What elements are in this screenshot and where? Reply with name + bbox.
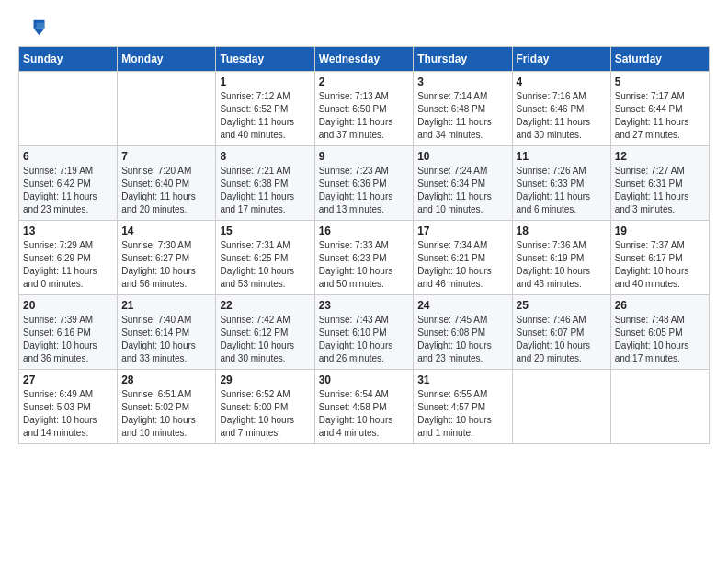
calendar-cell: 9Sunrise: 7:23 AM Sunset: 6:36 PM Daylig…: [314, 146, 414, 221]
day-info: Sunrise: 7:42 AM Sunset: 6:12 PM Dayligh…: [220, 314, 310, 365]
calendar-cell: 20Sunrise: 7:39 AM Sunset: 6:16 PM Dayli…: [19, 295, 118, 370]
day-info: Sunrise: 6:55 AM Sunset: 4:57 PM Dayligh…: [417, 388, 507, 440]
calendar-header-tuesday: Tuesday: [216, 47, 314, 72]
day-info: Sunrise: 7:12 AM Sunset: 6:52 PM Dayligh…: [220, 90, 310, 142]
day-info: Sunrise: 7:45 AM Sunset: 6:08 PM Dayligh…: [417, 314, 507, 365]
calendar-cell: 11Sunrise: 7:26 AM Sunset: 6:33 PM Dayli…: [512, 146, 610, 221]
calendar-cell: 12Sunrise: 7:27 AM Sunset: 6:31 PM Dayli…: [610, 146, 709, 221]
calendar-cell: 30Sunrise: 6:54 AM Sunset: 4:58 PM Dayli…: [314, 370, 414, 444]
logo: [18, 18, 50, 37]
day-number: 21: [121, 299, 211, 312]
calendar-cell: 22Sunrise: 7:42 AM Sunset: 6:12 PM Dayli…: [216, 295, 314, 370]
calendar-cell: 28Sunrise: 6:51 AM Sunset: 5:02 PM Dayli…: [118, 370, 216, 444]
day-number: 10: [417, 150, 507, 163]
day-info: Sunrise: 7:29 AM Sunset: 6:29 PM Dayligh…: [23, 239, 113, 291]
calendar-cell: 4Sunrise: 7:16 AM Sunset: 6:46 PM Daylig…: [512, 72, 610, 146]
logo-icon: [18, 18, 46, 37]
day-number: 8: [220, 150, 310, 163]
day-info: Sunrise: 7:48 AM Sunset: 6:05 PM Dayligh…: [615, 314, 705, 365]
day-number: 25: [517, 299, 607, 312]
calendar-cell: 31Sunrise: 6:55 AM Sunset: 4:57 PM Dayli…: [414, 370, 512, 444]
svg-marker-1: [34, 29, 45, 36]
day-number: 27: [23, 373, 113, 386]
calendar-header-saturday: Saturday: [610, 47, 709, 72]
calendar-cell: 15Sunrise: 7:31 AM Sunset: 6:25 PM Dayli…: [216, 221, 314, 295]
calendar-cell: 29Sunrise: 6:52 AM Sunset: 5:00 PM Dayli…: [216, 370, 314, 444]
day-info: Sunrise: 7:30 AM Sunset: 6:27 PM Dayligh…: [121, 239, 211, 291]
calendar-cell: 25Sunrise: 7:46 AM Sunset: 6:07 PM Dayli…: [512, 295, 610, 370]
calendar-header-wednesday: Wednesday: [314, 47, 414, 72]
calendar-header-row: SundayMondayTuesdayWednesdayThursdayFrid…: [19, 47, 710, 72]
day-info: Sunrise: 7:37 AM Sunset: 6:17 PM Dayligh…: [615, 239, 705, 291]
day-number: 30: [319, 373, 410, 386]
day-info: Sunrise: 6:49 AM Sunset: 5:03 PM Dayligh…: [23, 388, 113, 440]
day-info: Sunrise: 7:13 AM Sunset: 6:50 PM Dayligh…: [319, 90, 410, 142]
calendar-header-sunday: Sunday: [19, 47, 118, 72]
calendar-cell: 21Sunrise: 7:40 AM Sunset: 6:14 PM Dayli…: [118, 295, 216, 370]
day-number: 15: [220, 224, 310, 237]
day-info: Sunrise: 7:14 AM Sunset: 6:48 PM Dayligh…: [417, 90, 507, 142]
calendar-cell: 16Sunrise: 7:33 AM Sunset: 6:23 PM Dayli…: [314, 221, 414, 295]
day-info: Sunrise: 6:54 AM Sunset: 4:58 PM Dayligh…: [319, 388, 410, 440]
calendar-week-row: 13Sunrise: 7:29 AM Sunset: 6:29 PM Dayli…: [19, 221, 710, 295]
day-number: 20: [23, 299, 113, 312]
day-info: Sunrise: 6:51 AM Sunset: 5:02 PM Dayligh…: [121, 388, 211, 440]
calendar-cell: 8Sunrise: 7:21 AM Sunset: 6:38 PM Daylig…: [216, 146, 314, 221]
day-info: Sunrise: 7:17 AM Sunset: 6:44 PM Dayligh…: [615, 90, 705, 142]
day-info: Sunrise: 7:33 AM Sunset: 6:23 PM Dayligh…: [319, 239, 410, 291]
calendar-header-monday: Monday: [118, 47, 216, 72]
calendar-cell: 3Sunrise: 7:14 AM Sunset: 6:48 PM Daylig…: [414, 72, 512, 146]
calendar-week-row: 20Sunrise: 7:39 AM Sunset: 6:16 PM Dayli…: [19, 295, 710, 370]
day-info: Sunrise: 7:39 AM Sunset: 6:16 PM Dayligh…: [23, 314, 113, 365]
page-header: [18, 18, 710, 37]
day-number: 9: [319, 150, 410, 163]
calendar-cell: [610, 370, 709, 444]
day-info: Sunrise: 7:24 AM Sunset: 6:34 PM Dayligh…: [417, 165, 507, 216]
svg-marker-2: [37, 23, 45, 29]
calendar-cell: 24Sunrise: 7:45 AM Sunset: 6:08 PM Dayli…: [414, 295, 512, 370]
day-number: 5: [615, 75, 705, 88]
calendar-week-row: 6Sunrise: 7:19 AM Sunset: 6:42 PM Daylig…: [19, 146, 710, 221]
calendar-cell: [118, 72, 216, 146]
day-info: Sunrise: 7:43 AM Sunset: 6:10 PM Dayligh…: [319, 314, 410, 365]
day-number: 4: [517, 75, 607, 88]
calendar-table: SundayMondayTuesdayWednesdayThursdayFrid…: [18, 46, 710, 444]
day-number: 28: [121, 373, 211, 386]
calendar-cell: [512, 370, 610, 444]
calendar-week-row: 27Sunrise: 6:49 AM Sunset: 5:03 PM Dayli…: [19, 370, 710, 444]
day-info: Sunrise: 7:20 AM Sunset: 6:40 PM Dayligh…: [121, 165, 211, 216]
calendar-week-row: 1Sunrise: 7:12 AM Sunset: 6:52 PM Daylig…: [19, 72, 710, 146]
day-number: 17: [417, 224, 507, 237]
day-number: 22: [220, 299, 310, 312]
day-number: 26: [615, 299, 705, 312]
calendar-cell: 27Sunrise: 6:49 AM Sunset: 5:03 PM Dayli…: [19, 370, 118, 444]
calendar-cell: 13Sunrise: 7:29 AM Sunset: 6:29 PM Dayli…: [19, 221, 118, 295]
calendar-cell: 23Sunrise: 7:43 AM Sunset: 6:10 PM Dayli…: [314, 295, 414, 370]
calendar-cell: 10Sunrise: 7:24 AM Sunset: 6:34 PM Dayli…: [414, 146, 512, 221]
day-info: Sunrise: 7:26 AM Sunset: 6:33 PM Dayligh…: [517, 165, 607, 216]
day-info: Sunrise: 7:16 AM Sunset: 6:46 PM Dayligh…: [517, 90, 607, 142]
calendar-cell: 6Sunrise: 7:19 AM Sunset: 6:42 PM Daylig…: [19, 146, 118, 221]
day-number: 16: [319, 224, 410, 237]
day-number: 12: [615, 150, 705, 163]
day-info: Sunrise: 7:27 AM Sunset: 6:31 PM Dayligh…: [615, 165, 705, 216]
day-info: Sunrise: 7:36 AM Sunset: 6:19 PM Dayligh…: [517, 239, 607, 291]
calendar-cell: 5Sunrise: 7:17 AM Sunset: 6:44 PM Daylig…: [610, 72, 709, 146]
calendar-cell: 18Sunrise: 7:36 AM Sunset: 6:19 PM Dayli…: [512, 221, 610, 295]
day-info: Sunrise: 7:21 AM Sunset: 6:38 PM Dayligh…: [220, 165, 310, 216]
calendar-header-thursday: Thursday: [414, 47, 512, 72]
calendar-cell: 19Sunrise: 7:37 AM Sunset: 6:17 PM Dayli…: [610, 221, 709, 295]
calendar-cell: 17Sunrise: 7:34 AM Sunset: 6:21 PM Dayli…: [414, 221, 512, 295]
day-number: 6: [23, 150, 113, 163]
day-number: 14: [121, 224, 211, 237]
day-number: 29: [220, 373, 310, 386]
day-info: Sunrise: 7:40 AM Sunset: 6:14 PM Dayligh…: [121, 314, 211, 365]
day-number: 11: [517, 150, 607, 163]
calendar-cell: 7Sunrise: 7:20 AM Sunset: 6:40 PM Daylig…: [118, 146, 216, 221]
day-number: 7: [121, 150, 211, 163]
day-info: Sunrise: 7:23 AM Sunset: 6:36 PM Dayligh…: [319, 165, 410, 216]
day-number: 1: [220, 75, 310, 88]
day-info: Sunrise: 7:31 AM Sunset: 6:25 PM Dayligh…: [220, 239, 310, 291]
day-number: 24: [417, 299, 507, 312]
calendar-cell: 2Sunrise: 7:13 AM Sunset: 6:50 PM Daylig…: [314, 72, 414, 146]
